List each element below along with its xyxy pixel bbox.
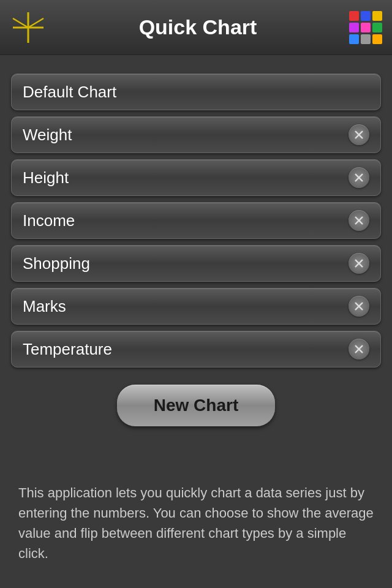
- close-marks-button[interactable]: [349, 296, 369, 317]
- svg-line-3: [28, 18, 43, 28]
- svg-line-2: [13, 18, 28, 28]
- chart-item-weight[interactable]: Weight: [11, 116, 381, 153]
- close-height-button[interactable]: [349, 167, 369, 188]
- new-chart-button[interactable]: New Chart: [117, 385, 275, 426]
- grid-cell-9: [372, 34, 382, 44]
- grid-cell-7: [349, 34, 359, 44]
- chart-item-label: Marks: [23, 297, 66, 316]
- chart-item-label: Height: [23, 168, 69, 187]
- color-grid-icon: [349, 11, 382, 44]
- chart-item-label: Temperature: [23, 340, 112, 359]
- chart-item-marks[interactable]: Marks: [11, 288, 381, 325]
- chart-item-label: Weight: [23, 126, 72, 145]
- chart-item-temperature[interactable]: Temperature: [11, 331, 381, 368]
- app-description: This application lets you quickly chart …: [18, 483, 374, 564]
- app-logo: [10, 9, 47, 46]
- chart-list: Default Chart Weight Height Income: [0, 74, 392, 368]
- app-header: Quick Chart: [0, 0, 392, 55]
- chart-item-label: Income: [23, 211, 75, 230]
- close-weight-button[interactable]: [349, 124, 369, 145]
- close-shopping-button[interactable]: [349, 253, 369, 274]
- grid-cell-3: [372, 11, 382, 21]
- grid-cell-1: [349, 11, 359, 21]
- grid-cell-8: [361, 34, 371, 44]
- grid-cell-2: [361, 11, 371, 21]
- chart-item-label: Default Chart: [23, 83, 116, 102]
- chart-item-height[interactable]: Height: [11, 159, 381, 196]
- chart-item-default[interactable]: Default Chart: [11, 74, 381, 110]
- chart-item-shopping[interactable]: Shopping: [11, 245, 381, 282]
- grid-cell-5: [361, 23, 371, 32]
- grid-cell-6: [372, 23, 382, 32]
- chart-item-income[interactable]: Income: [11, 202, 381, 239]
- new-chart-container: New Chart: [0, 385, 392, 426]
- chart-item-label: Shopping: [23, 254, 90, 273]
- close-temperature-button[interactable]: [349, 339, 369, 360]
- page-title: Quick Chart: [47, 15, 349, 39]
- close-income-button[interactable]: [349, 210, 369, 231]
- grid-cell-4: [349, 23, 359, 32]
